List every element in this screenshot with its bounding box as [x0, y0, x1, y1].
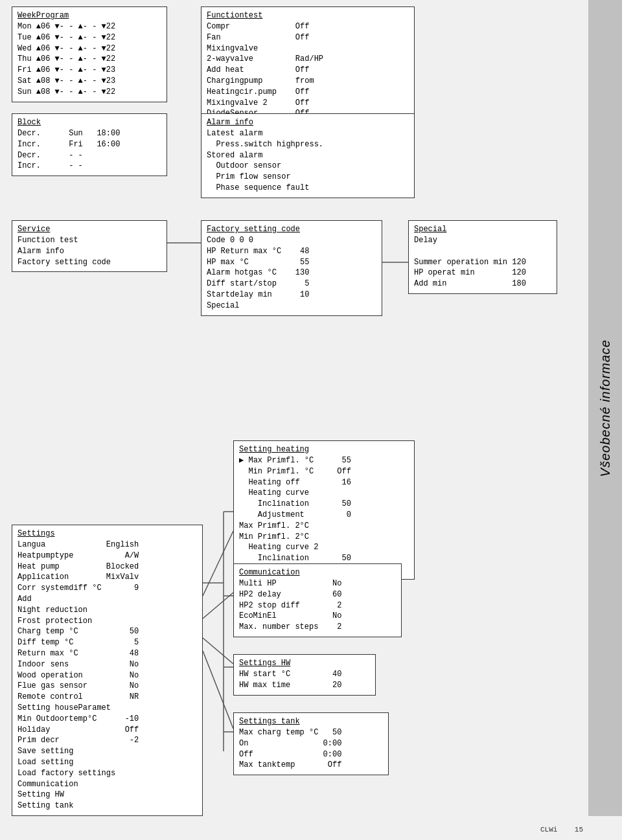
communication-box: Communication Multi HP No HP2 delay 60 H…: [233, 563, 402, 637]
factory-setting-title: Factory setting code: [207, 225, 376, 234]
right-sidebar: Všeobecné informace: [588, 0, 622, 816]
factory-setting-content: Code 0 0 0 HP Return max °C 48 HP max °C…: [207, 235, 376, 312]
settings-tank-content: Max charg temp °C 50 On 0:00 Off 0:00 Ma…: [239, 727, 383, 771]
svg-line-3: [203, 593, 233, 619]
block-box: Block Decr. Sun 18:00 Incr. Fri 16:00 De…: [12, 113, 167, 176]
functiontest-content: Compr Off Fan Off Mixingvalve 2-wayvalve…: [207, 21, 409, 119]
special-title: Special: [414, 225, 551, 234]
service-title: Service: [17, 225, 161, 234]
alarm-info-box: Alarm info Latest alarm Press.switch hig…: [201, 113, 415, 198]
functiontest-box: Functiontest Compr Off Fan Off Mixingval…: [201, 6, 415, 124]
setting-heating-title: Setting heating: [239, 445, 409, 454]
settings-content: Langua English Heatpumptype A/W Heat pum…: [17, 539, 197, 812]
svg-line-2: [203, 531, 233, 596]
settings-tank-box: Settings tank Max charg temp °C 50 On 0:…: [233, 712, 389, 775]
week-program-title: WeekProgram: [17, 11, 161, 20]
functiontest-title: Functiontest: [207, 11, 409, 20]
block-title: Block: [17, 118, 161, 127]
sidebar-text: Všeobecné informace: [598, 339, 613, 477]
alarm-info-title: Alarm info: [207, 118, 409, 127]
svg-line-5: [203, 651, 233, 729]
settings-box: Settings Langua English Heatpumptype A/W…: [12, 525, 203, 816]
communication-title: Communication: [239, 568, 396, 577]
page-info: CLWi 15: [540, 826, 583, 834]
setting-heating-content: ▶ Max Primfl. °C 55 Min Primfl. °C Off H…: [239, 455, 409, 575]
svg-line-4: [203, 638, 233, 664]
alarm-info-content: Latest alarm Press.switch highpress. Sto…: [207, 128, 409, 194]
service-box: Service Function test Alarm info Factory…: [12, 220, 167, 272]
page-label: CLWi: [540, 826, 557, 834]
settings-hw-title: Settings HW: [239, 659, 370, 668]
settings-tank-title: Settings tank: [239, 717, 383, 726]
special-content: Delay Summer operation min 120 HP operat…: [414, 235, 551, 289]
special-box: Special Delay Summer operation min 120 H…: [408, 220, 557, 294]
service-content: Function test Alarm info Factory setting…: [17, 235, 161, 267]
settings-hw-content: HW start °C 40 HW max time 20: [239, 669, 370, 691]
block-content: Decr. Sun 18:00 Incr. Fri 16:00 Decr. - …: [17, 128, 161, 172]
factory-setting-box: Factory setting code Code 0 0 0 HP Retur…: [201, 220, 382, 316]
settings-title: Settings: [17, 529, 197, 538]
page-number: 15: [575, 826, 583, 834]
setting-heating-box: Setting heating ▶ Max Primfl. °C 55 Min …: [233, 440, 415, 580]
week-program-box: WeekProgram Mon ▲06 ▼- - ▲- - ▼22 Tue ▲0…: [12, 6, 167, 102]
settings-hw-box: Settings HW HW start °C 40 HW max time 2…: [233, 654, 376, 696]
communication-content: Multi HP No HP2 delay 60 HP2 stop diff 2…: [239, 578, 396, 633]
week-program-content: Mon ▲06 ▼- - ▲- - ▼22 Tue ▲06 ▼- - ▲- - …: [17, 21, 161, 98]
